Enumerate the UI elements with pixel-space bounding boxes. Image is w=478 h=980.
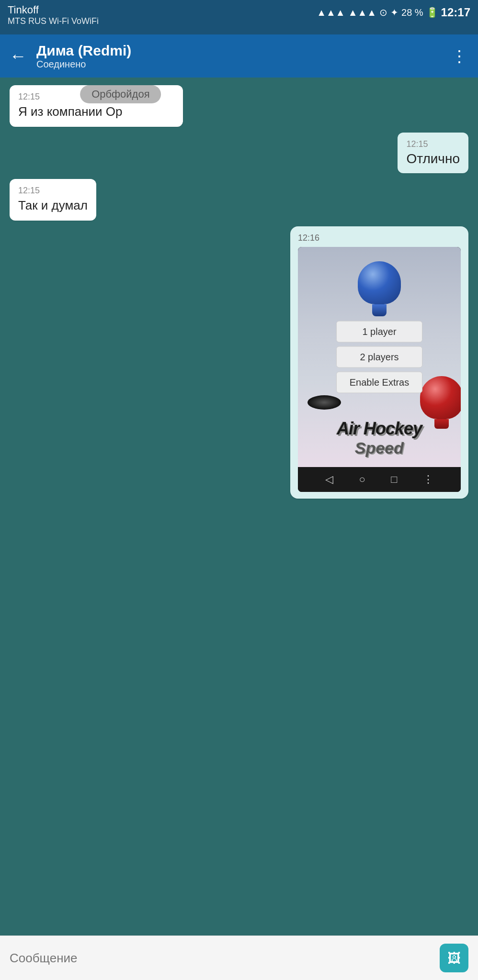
battery-text: 28 % xyxy=(401,7,423,18)
blue-puck xyxy=(355,261,403,314)
one-player-button[interactable]: 1 player xyxy=(336,321,422,342)
carrier-text: Tinkoff xyxy=(8,4,99,16)
bt-icon: ✦ xyxy=(390,7,398,18)
game-area: 1 player 2 players Enable Extras Air Hoc… xyxy=(298,247,461,467)
game-screenshot: 1 player 2 players Enable Extras Air Hoc… xyxy=(298,247,461,492)
wifi-icon: ⊙ xyxy=(379,7,387,18)
back-button[interactable]: ← xyxy=(10,46,27,66)
obscure-overlay: Орбфойдоя xyxy=(80,85,161,103)
status-bar-right: ▲▲▲ ▲▲▲ ⊙ ✦ 28 % 🔋 12:17 xyxy=(317,6,470,19)
contact-info: Дима (Redmi) Соединено xyxy=(36,43,451,70)
phone-nav-bar: ◁ ○ □ ⋮ xyxy=(298,467,461,492)
message-input[interactable] xyxy=(10,951,433,966)
signal-icon: ▲▲▲ xyxy=(317,7,345,18)
game-title-line2: Speed xyxy=(337,439,422,457)
contact-status: Соединено xyxy=(36,59,451,70)
nav-more-icon: ⋮ xyxy=(423,473,433,486)
black-puck xyxy=(307,395,341,410)
chat-area: 12:15 Я из компании Орбфойдоя Орбфойдоя … xyxy=(0,78,478,935)
msg-text-2: Отлично xyxy=(406,151,460,167)
app-bar: ← Дима (Redmi) Соединено ⋮ xyxy=(0,34,478,78)
signal-icon2: ▲▲▲ xyxy=(348,7,376,18)
message-sent-image: 12:16 1 player 2 xyxy=(290,226,468,499)
msg-text-1: Я из компании Орбфойдоя xyxy=(18,104,174,120)
msg-time-3: 12:15 xyxy=(18,186,88,196)
input-bar: 🖼 xyxy=(0,935,478,980)
msg-text-3: Так и думал xyxy=(18,198,88,214)
msg-time-2: 12:15 xyxy=(406,139,460,149)
game-menu: 1 player 2 players Enable Extras xyxy=(336,321,422,393)
nav-recent-icon: □ xyxy=(391,473,397,486)
message-received-2: 12:15 Так и думал xyxy=(10,179,96,221)
battery-icon: 🔋 xyxy=(426,7,438,18)
nav-back-icon: ◁ xyxy=(325,473,333,486)
contact-name: Дима (Redmi) xyxy=(36,43,451,59)
status-bar-left: Tinkoff MTS RUS Wi-Fi VoWiFi xyxy=(8,4,99,26)
message-sent-1: 12:15 Отлично xyxy=(398,133,468,173)
message-received-1: 12:15 Я из компании Орбфойдоя Орбфойдоя xyxy=(10,85,183,127)
nav-home-icon: ○ xyxy=(359,473,365,486)
enable-extras-button[interactable]: Enable Extras xyxy=(336,371,422,393)
menu-button[interactable]: ⋮ xyxy=(451,46,468,66)
game-title-line1: Air Hockey xyxy=(337,419,422,439)
red-puck xyxy=(418,376,461,429)
two-players-button[interactable]: 2 players xyxy=(336,346,422,368)
status-bar: Tinkoff MTS RUS Wi-Fi VoWiFi ▲▲▲ ▲▲▲ ⊙ ✦… xyxy=(0,0,478,34)
time-display: 12:17 xyxy=(441,6,470,19)
game-title: Air Hockey Speed xyxy=(337,419,422,457)
send-media-button[interactable]: 🖼 xyxy=(440,944,468,972)
network-text: MTS RUS Wi-Fi VoWiFi xyxy=(8,16,99,26)
msg-image-time: 12:16 xyxy=(298,233,461,243)
image-icon: 🖼 xyxy=(447,950,461,966)
